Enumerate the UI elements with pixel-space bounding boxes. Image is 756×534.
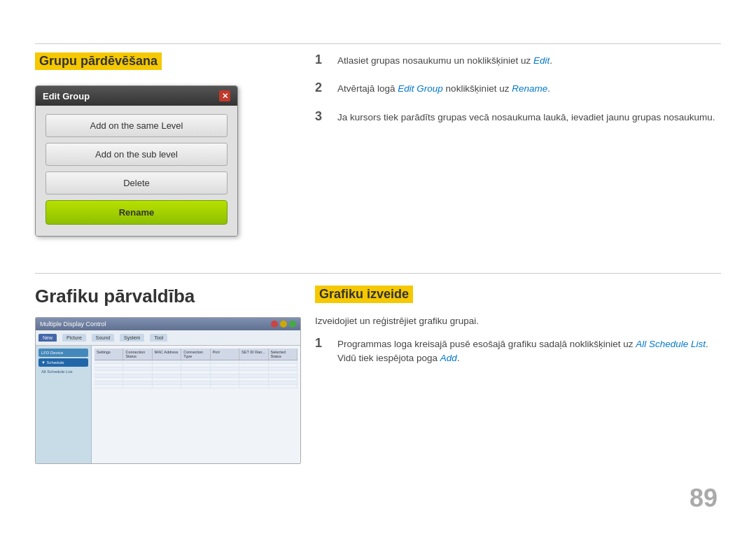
mock-sidebar-schedule: ▼ Schedule	[38, 358, 88, 367]
left-section: Grupu pārdēvēšana Edit Group ✕ Add on th…	[35, 52, 294, 237]
instruction-1-link: Edit	[533, 55, 550, 66]
instruction-item-3: 3 Ja kursors tiek parādīts grupas vecā n…	[315, 109, 721, 125]
mock-tab-system: System	[120, 334, 144, 342]
all-schedule-list-link: All Schedule List	[636, 339, 706, 349]
mock-th-settings: Settings	[94, 349, 123, 360]
mock-toolbar: New Picture Sound System Tool	[36, 330, 300, 346]
mock-th-connection: Connection Status	[123, 349, 152, 360]
bottom-instruction-item-1: 1 Programmas loga kreisajā pusē esošajā …	[315, 336, 721, 366]
bottom-right-section: Grafiku izveide Izveidojiet un reģistrēj…	[315, 286, 721, 379]
mock-table-header: Settings Connection Status MAC Address C…	[94, 349, 298, 360]
mock-th-type: Connection Type	[181, 349, 210, 360]
page-number: 89	[690, 484, 718, 513]
delete-button[interactable]: Delete	[46, 171, 227, 195]
dialog-close-button[interactable]: ✕	[219, 90, 230, 101]
edit-group-dialog: Edit Group ✕ Add on the same Level Add o…	[35, 85, 238, 237]
instruction-3-text: Ja kursors tiek parādīts grupas vecā nos…	[337, 109, 715, 125]
mock-sidebar-lfd: LFD Device	[38, 349, 88, 357]
bottom-right-instruction-list: 1 Programmas loga kreisajā pusē esošajā …	[315, 336, 721, 366]
instruction-list: 1 Atlasiet grupas nosaukumu un noklikšķi…	[315, 52, 721, 125]
mock-tab-tool: Tool	[150, 334, 167, 342]
mock-sidebar-all-schedule: All Schedule List	[38, 368, 88, 375]
bottom-left-title: Grafiku pārvaldība	[35, 286, 308, 307]
mock-window-controls	[271, 321, 296, 328]
instruction-2-link1: Edit Group	[398, 83, 443, 94]
section-title-highlight: Grupu pārdēvēšana	[35, 52, 294, 80]
dialog-title: Edit Group	[43, 91, 90, 101]
add-sub-level-button[interactable]: Add on the sub level	[46, 143, 227, 166]
mock-th-selected: Selected Status	[269, 349, 298, 360]
bottom-right-intro: Izveidojiet un reģistrējiet grafiku grup…	[315, 316, 721, 326]
instruction-item-2: 2 Atvērtajā logā Edit Group noklikšķinie…	[315, 80, 721, 96]
mock-main: Settings Connection Status MAC Address C…	[92, 346, 300, 463]
screenshot-mockup: Multiple Display Control New Picture Sou…	[35, 317, 301, 464]
mock-min	[280, 321, 287, 328]
mock-sidebar: LFD Device ▼ Schedule All Schedule List	[36, 346, 92, 463]
instruction-item-1: 1 Atlasiet grupas nosaukumu un noklikšķi…	[315, 52, 721, 68]
mock-tab-picture: Picture	[62, 334, 86, 342]
mock-th-mac: MAC Address	[153, 349, 181, 360]
mid-rule	[35, 273, 721, 274]
mock-content: LFD Device ▼ Schedule All Schedule List …	[36, 346, 300, 463]
mock-close	[271, 321, 278, 328]
mock-row-8	[94, 385, 298, 388]
mock-titlebar: Multiple Display Control	[36, 318, 300, 330]
dialog-body: Add on the same Level Add on the sub lev…	[36, 106, 237, 236]
top-rule	[35, 43, 721, 44]
right-section: 1 Atlasiet grupas nosaukumu un noklikšķi…	[315, 52, 721, 137]
add-same-level-button[interactable]: Add on the same Level	[46, 114, 227, 137]
rename-button[interactable]: Rename	[46, 200, 227, 225]
bottom-right-title-highlight: Grafiku izveide	[315, 286, 721, 313]
bottom-instruction-1-text: Programmas loga kreisajā pusē esošajā gr…	[337, 339, 636, 349]
mock-th-set-id: SET ID Ran...	[239, 349, 268, 360]
mock-tab-sound: Sound	[92, 334, 114, 342]
dialog-titlebar: Edit Group ✕	[36, 86, 237, 106]
mock-max	[289, 321, 296, 328]
mock-tab-new: New	[38, 334, 57, 342]
instruction-2-text-before: Atvērtajā logā	[337, 83, 398, 94]
add-link: Add	[440, 353, 457, 363]
instruction-1-text: Atlasiet grupas nosaukumu un noklikšķini…	[337, 55, 533, 66]
bottom-left-section: Grafiku pārvaldība Multiple Display Cont…	[35, 286, 308, 464]
instruction-2-link2: Rename	[512, 83, 547, 94]
mock-th-port: Port	[211, 349, 239, 360]
